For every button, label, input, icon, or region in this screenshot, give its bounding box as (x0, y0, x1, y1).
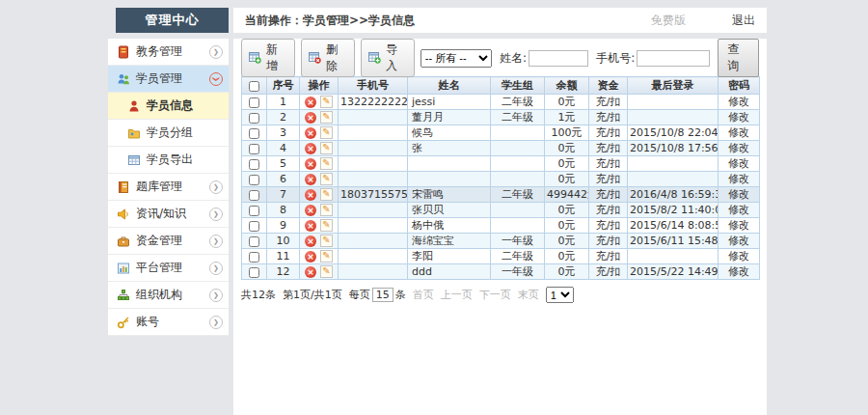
charge-deduct-link[interactable]: 充/扣 (596, 157, 621, 170)
delete-row-icon[interactable]: × (305, 205, 316, 216)
last-page-link[interactable]: 末页 (518, 288, 539, 302)
row-checkbox[interactable] (249, 175, 259, 185)
cell-ops: ×✎ (300, 264, 339, 280)
modify-password-link[interactable]: 修改 (728, 157, 749, 170)
first-page-link[interactable]: 首页 (413, 288, 434, 302)
delete-row-icon[interactable]: × (305, 143, 316, 154)
table-row: 9×✎杨中俄0元充/扣2015/6/14 8:08:57修改 (242, 218, 760, 234)
edit-row-icon[interactable]: ✎ (320, 265, 333, 278)
modify-password-link[interactable]: 修改 (728, 126, 749, 139)
modify-password-link[interactable]: 修改 (728, 96, 749, 108)
delete-button[interactable]: 删除 (301, 39, 355, 77)
edit-row-icon[interactable]: ✎ (320, 96, 333, 108)
logout-link[interactable]: 退出 (732, 13, 755, 29)
modify-password-link[interactable]: 修改 (728, 188, 749, 201)
per-page-input[interactable]: 15 (372, 288, 393, 302)
sidebar-item-平台管理[interactable]: 平台管理❯ (108, 255, 229, 282)
delete-row-icon[interactable]: × (305, 266, 316, 278)
charge-deduct-link[interactable]: 充/扣 (596, 188, 621, 201)
modify-password-link[interactable]: 修改 (728, 265, 749, 278)
sidebar-item-教务管理[interactable]: 教务管理❯ (108, 39, 229, 66)
sidebar-item-学员分组[interactable]: 学员分组 (108, 120, 229, 147)
edit-row-icon[interactable]: ✎ (320, 142, 333, 154)
edit-row-icon[interactable]: ✎ (320, 188, 333, 201)
charge-deduct-link[interactable]: 充/扣 (596, 265, 621, 278)
sidebar-item-题库管理[interactable]: 题库管理❯ (108, 174, 229, 201)
select-all-checkbox[interactable] (249, 81, 259, 92)
delete-row-icon[interactable]: × (305, 158, 316, 170)
edit-row-icon[interactable]: ✎ (320, 204, 333, 216)
edit-row-icon[interactable]: ✎ (320, 126, 333, 139)
sidebar-item-学员导出[interactable]: 学员导出 (108, 147, 229, 174)
row-checkbox[interactable] (249, 221, 259, 232)
delete-button-label: 删除 (326, 42, 347, 74)
chevron-right-icon: ❯ (209, 316, 223, 329)
delete-row-icon[interactable]: × (305, 112, 316, 124)
charge-deduct-link[interactable]: 充/扣 (596, 126, 621, 139)
sidebar-item-学员信息[interactable]: 学员信息 (108, 93, 229, 120)
row-checkbox[interactable] (249, 144, 259, 154)
row-checkbox[interactable] (249, 159, 259, 170)
delete-row-icon[interactable]: × (305, 251, 316, 263)
page-select[interactable]: 1 (546, 287, 574, 303)
cell-group (491, 218, 545, 234)
modify-password-link[interactable]: 修改 (728, 111, 749, 124)
row-checkbox[interactable] (249, 252, 259, 263)
modify-password-link[interactable]: 修改 (728, 142, 749, 154)
charge-deduct-link[interactable]: 充/扣 (596, 111, 621, 124)
modify-password-link[interactable]: 修改 (728, 235, 749, 247)
modify-password-link[interactable]: 修改 (728, 219, 749, 232)
search-button[interactable]: 查询 (718, 39, 759, 77)
edit-row-icon[interactable]: ✎ (320, 219, 333, 232)
row-checkbox[interactable] (249, 267, 259, 278)
sidebar-item-学员管理[interactable]: 学员管理❯ (108, 66, 229, 93)
charge-deduct-link[interactable]: 充/扣 (596, 235, 621, 247)
cell-ops: ×✎ (300, 234, 339, 249)
next-page-link[interactable]: 下一页 (479, 288, 511, 302)
cell-fund: 充/扣 (589, 125, 628, 141)
cell-ops: ×✎ (300, 95, 339, 110)
import-button[interactable]: 导入 (361, 39, 415, 77)
row-checkbox[interactable] (249, 206, 259, 216)
modify-password-link[interactable]: 修改 (728, 173, 749, 185)
row-checkbox[interactable] (249, 236, 259, 247)
edit-row-icon[interactable]: ✎ (320, 111, 333, 124)
cell-name (408, 172, 491, 187)
sidebar-item-账号[interactable]: 账号❯ (108, 309, 229, 336)
group-filter-select[interactable]: -- 所有 -- (420, 49, 492, 68)
row-checkbox[interactable] (249, 97, 259, 108)
cell-fund: 充/扣 (589, 203, 628, 218)
total-count: 共12条 (241, 288, 276, 302)
phone-filter-input[interactable] (637, 50, 710, 67)
modify-password-link[interactable]: 修改 (728, 250, 749, 263)
charge-deduct-link[interactable]: 充/扣 (596, 142, 621, 154)
name-filter-input[interactable] (529, 50, 588, 67)
sidebar-item-资讯/知识[interactable]: 资讯/知识❯ (108, 201, 229, 228)
delete-row-icon[interactable]: × (305, 97, 316, 108)
sidebar: 教务管理❯学员管理❯学员信息学员分组学员导出题库管理❯资讯/知识❯资金管理❯平台… (108, 39, 229, 336)
delete-row-icon[interactable]: × (305, 174, 316, 185)
edit-row-icon[interactable]: ✎ (320, 235, 333, 247)
row-checkbox[interactable] (249, 190, 259, 201)
edit-row-icon[interactable]: ✎ (320, 157, 333, 170)
charge-deduct-link[interactable]: 充/扣 (596, 219, 621, 232)
edit-row-icon[interactable]: ✎ (320, 173, 333, 185)
edit-row-icon[interactable]: ✎ (320, 250, 333, 263)
delete-row-icon[interactable]: × (305, 189, 316, 201)
add-button[interactable]: 新增 (241, 39, 295, 77)
delete-row-icon[interactable]: × (305, 220, 316, 232)
row-checkbox[interactable] (249, 128, 259, 139)
sidebar-item-组织机构[interactable]: 组织机构❯ (108, 282, 229, 309)
charge-deduct-link[interactable]: 充/扣 (596, 250, 621, 263)
cell-balance: 0元 (545, 218, 589, 234)
cell-fund: 充/扣 (589, 234, 628, 249)
modify-password-link[interactable]: 修改 (728, 204, 749, 216)
sidebar-item-资金管理[interactable]: 资金管理❯ (108, 228, 229, 255)
charge-deduct-link[interactable]: 充/扣 (596, 173, 621, 185)
delete-row-icon[interactable]: × (305, 127, 316, 139)
delete-row-icon[interactable]: × (305, 235, 316, 247)
row-checkbox[interactable] (249, 113, 259, 124)
prev-page-link[interactable]: 上一页 (441, 288, 473, 302)
charge-deduct-link[interactable]: 充/扣 (596, 96, 621, 108)
charge-deduct-link[interactable]: 充/扣 (596, 204, 621, 216)
